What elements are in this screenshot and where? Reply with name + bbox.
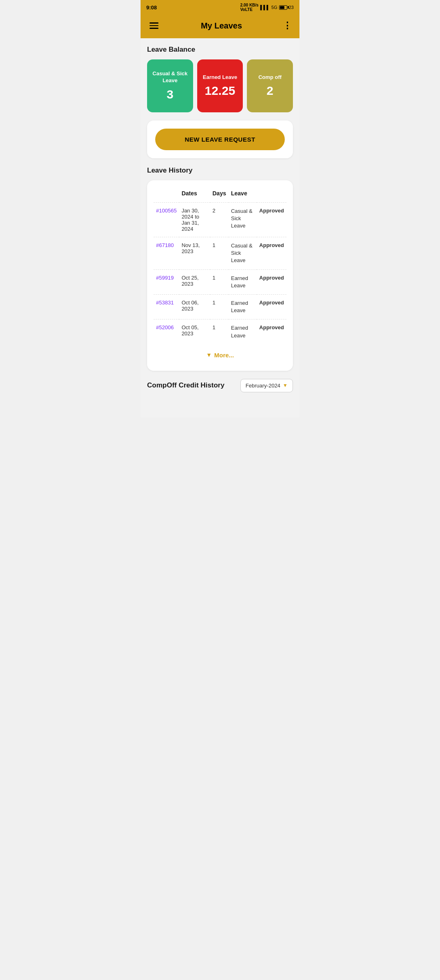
col-header-dates: Dates: [179, 187, 210, 203]
main-content: Leave Balance Casual & Sick Leave 3 Earn…: [141, 38, 299, 418]
bottom-spacer: [147, 398, 293, 410]
casual-sick-leave-label: Casual & Sick Leave: [151, 70, 189, 84]
leave-type-cell-3: Earned Leave: [229, 294, 257, 319]
days-cell-4: 1: [210, 319, 229, 344]
table-row: #100565 Jan 30, 2024 to Jan 31, 2024 2 C…: [154, 203, 286, 237]
leave-history-container: Dates Days Leave #100565 Jan 30, 2024 to…: [147, 180, 293, 371]
leave-history-table: Dates Days Leave #100565 Jan 30, 2024 to…: [154, 187, 286, 344]
dropdown-arrow-icon: ▼: [283, 383, 288, 388]
status-bar: 9:08 2.00 KB/s VoLTE ▌▌▌ 5G 23: [141, 0, 299, 15]
network-type-icon: 5G: [271, 5, 277, 10]
leave-balance-title: Leave Balance: [147, 46, 293, 54]
earned-leave-card[interactable]: Earned Leave 12.25: [197, 59, 243, 112]
days-cell-1: 1: [210, 237, 229, 270]
comp-off-value: 2: [266, 84, 273, 98]
dates-cell-3: Oct 06, 2023: [179, 294, 210, 319]
ticket-link-67180[interactable]: #67180: [156, 242, 174, 248]
dates-cell-1: Nov 13, 2023: [179, 237, 210, 270]
col-header-days: Days: [210, 187, 229, 203]
more-options-button[interactable]: ⋮: [283, 20, 292, 31]
leave-type-cell-4: Earned Leave: [229, 319, 257, 344]
ticket-link-53831[interactable]: #53831: [156, 300, 174, 306]
table-row: #59919 Oct 25, 2023 1 Earned Leave Appro…: [154, 269, 286, 294]
leave-cards-container: Casual & Sick Leave 3 Earned Leave 12.25…: [147, 59, 293, 112]
earned-leave-label: Earned Leave: [203, 74, 238, 81]
network-speed: 2.00 KB/s VoLTE: [240, 3, 259, 12]
dates-cell-4: Oct 05, 2023: [179, 319, 210, 344]
status-icons: 2.00 KB/s VoLTE ▌▌▌ 5G 23: [240, 3, 294, 12]
casual-sick-leave-card[interactable]: Casual & Sick Leave 3: [147, 59, 193, 112]
table-row: #53831 Oct 06, 2023 1 Earned Leave Appro…: [154, 294, 286, 319]
selected-month-label: February-2024: [246, 383, 280, 389]
days-cell-2: 1: [210, 269, 229, 294]
leave-history-title: Leave History: [147, 166, 293, 175]
compoff-credit-history-section: CompOff Credit History February-2024 ▼: [147, 379, 293, 392]
status-cell-3: Approved: [257, 294, 286, 319]
ticket-link-59919[interactable]: #59919: [156, 275, 174, 281]
month-selector-dropdown[interactable]: February-2024 ▼: [240, 379, 293, 392]
page-title: My Leaves: [201, 21, 242, 31]
status-time: 9:08: [146, 4, 157, 11]
signal-bars-icon: ▌▌▌: [260, 5, 270, 10]
days-cell-0: 2: [210, 203, 229, 237]
table-header-row: Dates Days Leave: [154, 187, 286, 203]
app-header: My Leaves ⋮: [141, 15, 299, 38]
comp-off-label: Comp off: [258, 74, 282, 81]
table-row: #52006 Oct 05, 2023 1 Earned Leave Appro…: [154, 319, 286, 344]
hamburger-menu-button[interactable]: [148, 21, 160, 31]
leave-type-cell-1: Casual & Sick Leave: [229, 237, 257, 270]
dates-cell-2: Oct 25, 2023: [179, 269, 210, 294]
more-history-button[interactable]: ▼ More...: [154, 346, 286, 364]
battery-icon: [279, 5, 287, 10]
new-leave-request-button[interactable]: NEW LEAVE REQUEST: [155, 129, 285, 150]
new-leave-request-container: NEW LEAVE REQUEST: [147, 120, 293, 158]
compoff-credit-history-title: CompOff Credit History: [147, 381, 224, 389]
leave-balance-section: Leave Balance Casual & Sick Leave 3 Earn…: [147, 46, 293, 112]
battery-level: 23: [289, 5, 294, 10]
col-header-leave: Leave: [229, 187, 286, 203]
casual-sick-leave-value: 3: [167, 88, 174, 101]
table-row: #67180 Nov 13, 2023 1 Casual & Sick Leav…: [154, 237, 286, 270]
status-cell-4: Approved: [257, 319, 286, 344]
chevron-down-icon: ▼: [206, 352, 212, 358]
leave-type-cell-2: Earned Leave: [229, 269, 257, 294]
dates-cell-0: Jan 30, 2024 to Jan 31, 2024: [179, 203, 210, 237]
days-cell-3: 1: [210, 294, 229, 319]
earned-leave-value: 12.25: [205, 84, 235, 98]
status-cell-1: Approved: [257, 237, 286, 270]
status-cell-2: Approved: [257, 269, 286, 294]
col-header-ticket: [154, 187, 179, 203]
ticket-link-100565[interactable]: #100565: [156, 208, 177, 214]
ticket-link-52006[interactable]: #52006: [156, 324, 174, 330]
leave-type-cell-0: Casual & Sick Leave: [229, 203, 257, 237]
status-cell-0: Approved: [257, 203, 286, 237]
comp-off-card[interactable]: Comp off 2: [247, 59, 293, 112]
more-label: More...: [214, 352, 234, 359]
